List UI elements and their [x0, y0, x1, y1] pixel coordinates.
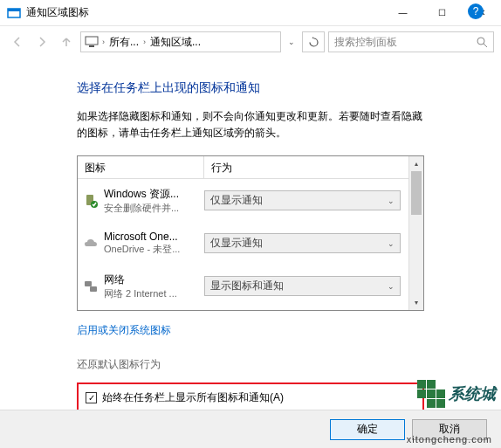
item-sub: 安全删除硬件并... — [104, 202, 198, 215]
chevron-right-icon: › — [102, 38, 105, 46]
item-sub: OneDrive - 未登... — [104, 243, 198, 256]
scroll-down-icon[interactable]: ▾ — [409, 295, 423, 310]
page-description: 如果选择隐藏图标和通知，则不会向你通知更改和更新。若要随时查看隐藏的图标，请单击… — [77, 108, 424, 141]
icon-list: 图标 行为 Windows 资源... 安全删除硬件并... 仅显示通知 ⌄ — [77, 155, 424, 311]
network-icon — [83, 279, 99, 294]
refresh-button[interactable] — [302, 31, 325, 52]
scroll-thumb[interactable] — [411, 171, 422, 215]
navbar: › 所有... › 通知区域... ⌄ 搜索控制面板 — [0, 26, 501, 58]
chevron-down-icon[interactable]: ⌄ — [285, 38, 299, 46]
checkbox[interactable]: ✓ — [86, 392, 97, 403]
list-item: Windows 资源... 安全删除硬件并... 仅显示通知 ⌄ — [78, 179, 423, 222]
restore-defaults-label[interactable]: 还原默认图标行为 — [77, 357, 424, 372]
svg-point-4 — [477, 38, 484, 45]
window-title: 通知区域图标 — [26, 5, 383, 20]
chevron-down-icon: ⌄ — [388, 282, 395, 291]
item-name: Microsoft One... — [104, 231, 198, 243]
svg-rect-2 — [86, 37, 98, 45]
breadcrumb-item[interactable]: 通知区域... — [148, 35, 203, 50]
chevron-down-icon: ⌄ — [388, 239, 395, 248]
search-placeholder: 搜索控制面板 — [334, 35, 397, 50]
svg-rect-3 — [89, 45, 94, 47]
column-header-action[interactable]: 行为 — [204, 156, 423, 178]
search-input[interactable]: 搜索控制面板 — [328, 31, 494, 52]
svg-rect-1 — [8, 9, 20, 11]
list-item: 网络 网络 2 Internet ... 显示图标和通知 ⌄ — [78, 265, 423, 307]
page-heading: 选择在任务栏上出现的图标和通知 — [77, 80, 424, 96]
scrollbar[interactable]: ▴ ▾ — [408, 156, 423, 310]
watermark-logo — [417, 380, 445, 408]
usb-eject-icon — [83, 193, 99, 209]
watermark-url: xitongcheng.com — [407, 434, 492, 445]
watermark: 系统城 — [417, 380, 496, 408]
forward-button[interactable] — [31, 31, 52, 52]
ok-button[interactable]: 确定 — [330, 419, 405, 440]
scroll-up-icon[interactable]: ▴ — [409, 156, 423, 171]
maximize-button[interactable]: ☐ — [422, 0, 462, 25]
up-button[interactable] — [56, 31, 77, 52]
chevron-right-icon: › — [143, 38, 146, 46]
checkbox-label: 始终在任务栏上显示所有图标和通知(A) — [102, 390, 284, 405]
action-dropdown[interactable]: 仅显示通知 ⌄ — [204, 233, 401, 253]
system-icons-link[interactable]: 启用或关闭系统图标 — [77, 323, 171, 338]
list-item: Microsoft One... OneDrive - 未登... 仅显示通知 … — [78, 222, 423, 265]
back-button[interactable] — [7, 31, 28, 52]
column-header-icon[interactable]: 图标 — [78, 156, 204, 178]
titlebar: 通知区域图标 — ☐ ✕ — [0, 0, 501, 26]
chevron-down-icon: ⌄ — [388, 196, 395, 205]
action-dropdown[interactable]: 仅显示通知 ⌄ — [204, 190, 401, 210]
minimize-button[interactable]: — — [383, 0, 422, 25]
action-dropdown[interactable]: 显示图标和通知 ⌄ — [204, 276, 401, 296]
breadcrumb-item[interactable]: 所有... — [106, 35, 141, 50]
item-name: Windows 资源... — [104, 187, 198, 202]
control-panel-icon — [7, 6, 21, 20]
svg-rect-8 — [85, 281, 92, 286]
watermark-text: 系统城 — [449, 383, 496, 404]
monitor-icon — [85, 36, 99, 48]
svg-line-5 — [484, 44, 487, 47]
search-icon — [477, 37, 488, 48]
item-name: 网络 — [104, 272, 198, 287]
item-sub: 网络 2 Internet ... — [104, 287, 198, 300]
breadcrumb[interactable]: › 所有... › 通知区域... — [80, 31, 281, 52]
onedrive-icon — [83, 236, 99, 252]
help-icon[interactable]: ? — [468, 3, 484, 19]
svg-rect-9 — [90, 286, 97, 292]
